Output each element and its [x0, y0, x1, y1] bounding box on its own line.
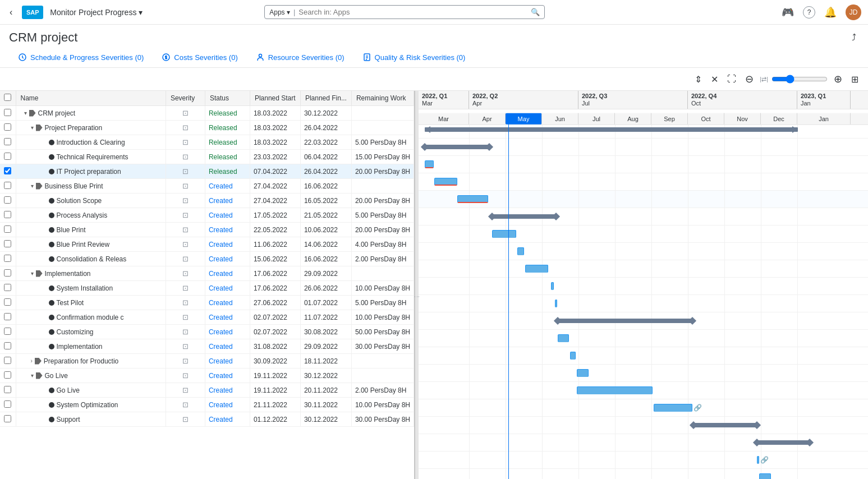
row-checkbox-cell[interactable] [0, 179, 16, 194]
row-checkbox-cell[interactable] [0, 194, 16, 208]
row-checkbox[interactable] [4, 240, 11, 247]
table-row[interactable]: Blue Print Review ⊡ Created 11.06.2022 1… [0, 237, 414, 252]
table-row[interactable]: Introduction & Clearing ⊡ Released 18.03… [0, 135, 414, 150]
severity-resize-icon[interactable]: ⊡ [182, 225, 189, 234]
severity-resize-icon[interactable]: ⊡ [182, 240, 189, 248]
task-bar[interactable] [425, 160, 434, 168]
table-row[interactable]: Support ⊡ Created 01.12.2022 30.12.2022 … [0, 412, 414, 427]
zoom-in-button[interactable]: ⊕ [831, 71, 845, 87]
grid-toggle-button[interactable]: ⊞ [848, 72, 861, 86]
task-bar[interactable] [570, 352, 575, 360]
expand-icon[interactable]: ▾ [31, 270, 34, 277]
expand-icon[interactable]: ▾ [31, 372, 34, 379]
row-checkbox[interactable] [4, 313, 11, 320]
row-checkbox[interactable] [4, 211, 11, 218]
table-row[interactable]: System Optimization ⊡ Created 21.11.2022… [0, 398, 414, 412]
row-checkbox-cell[interactable] [0, 310, 16, 325]
tab-schedule[interactable]: Schedule & Progress Severities (0) [9, 48, 153, 67]
month-jun[interactable]: Jun [542, 113, 578, 125]
severity-resize-icon[interactable]: ⊡ [182, 123, 189, 132]
row-checkbox-cell[interactable] [0, 106, 16, 121]
row-checkbox-cell[interactable] [0, 135, 16, 150]
table-row[interactable]: Test Pilot ⊡ Created 27.06.2022 01.07.20… [0, 296, 414, 310]
row-checkbox[interactable] [4, 225, 11, 233]
table-row[interactable]: Process Analysis ⊡ Created 17.05.2022 21… [0, 208, 414, 223]
select-all-header[interactable] [0, 91, 16, 106]
zoom-slider[interactable] [771, 75, 828, 84]
row-checkbox[interactable] [4, 386, 11, 393]
apps-dropdown[interactable]: Apps ▾ [269, 8, 290, 16]
gamepad-icon[interactable]: 🎮 [782, 6, 794, 19]
notifications-icon[interactable]: 🔔 [824, 6, 837, 19]
avatar[interactable]: JD [846, 4, 861, 20]
task-bar[interactable] [457, 195, 488, 203]
month-jan[interactable]: Jan [797, 113, 851, 125]
gantt-chart[interactable]: 2022, Q1Mar 2022, Q2Apr 2022, Q3Jul 2022… [419, 91, 868, 479]
severity-resize-icon[interactable]: ⊡ [182, 415, 189, 423]
table-row[interactable]: ▾ CRM project ⊡ Released 18.03.2022 30.1… [0, 106, 414, 121]
row-checkbox-cell[interactable] [0, 339, 16, 354]
table-row[interactable]: › Preparation for Productio ⊡ Created 30… [0, 354, 414, 369]
row-checkbox[interactable] [4, 167, 11, 174]
task-bar[interactable] [434, 178, 457, 186]
month-apr[interactable]: Apr [469, 113, 506, 125]
task-bar[interactable] [558, 334, 570, 342]
tab-quality[interactable]: Quality & Risk Severities (0) [353, 48, 475, 67]
help-icon[interactable]: ? [803, 6, 815, 19]
task-bar[interactable] [525, 265, 548, 273]
row-checkbox-cell[interactable] [0, 164, 16, 179]
task-bar[interactable] [577, 386, 653, 394]
row-checkbox[interactable] [4, 123, 11, 131]
row-checkbox[interactable] [4, 255, 11, 262]
task-bar[interactable] [757, 456, 760, 464]
task-bar[interactable] [577, 369, 589, 377]
row-checkbox-cell[interactable] [0, 296, 16, 310]
severity-resize-icon[interactable]: ⊡ [182, 386, 189, 394]
row-checkbox-cell[interactable] [0, 383, 16, 398]
month-oct[interactable]: Oct [688, 113, 724, 125]
row-checkbox-cell[interactable] [0, 252, 16, 266]
row-checkbox[interactable] [4, 138, 11, 145]
severity-resize-icon[interactable]: ⊡ [182, 371, 189, 380]
app-title[interactable]: Monitor Project Progress ▾ [50, 8, 143, 17]
month-mar[interactable]: Mar [419, 113, 469, 125]
severity-resize-icon[interactable]: ⊡ [182, 182, 189, 190]
severity-resize-icon[interactable]: ⊡ [182, 196, 189, 205]
export-button[interactable]: ⤴ [849, 31, 859, 44]
row-checkbox-cell[interactable] [0, 369, 16, 383]
severity-resize-icon[interactable]: ⊡ [182, 400, 189, 409]
row-checkbox-cell[interactable] [0, 325, 16, 339]
month-dec[interactable]: Dec [761, 113, 797, 125]
row-checkbox[interactable] [4, 284, 11, 291]
search-bar[interactable]: Apps ▾ | 🔍 [264, 5, 545, 19]
severity-resize-icon[interactable]: ⊡ [182, 284, 189, 292]
table-row[interactable]: ▾ Business Blue Print ⊡ Created 27.04.20… [0, 179, 414, 194]
task-bar[interactable] [551, 282, 554, 290]
table-row[interactable]: Solution Scope ⊡ Created 27.04.2022 16.0… [0, 194, 414, 208]
row-checkbox[interactable] [4, 342, 11, 349]
severity-resize-icon[interactable]: ⊡ [182, 328, 189, 336]
row-checkbox-cell[interactable] [0, 150, 16, 164]
expand-icon[interactable]: › [31, 358, 33, 364]
collapse-button[interactable]: ⇕ [692, 72, 705, 86]
row-checkbox-cell[interactable] [0, 121, 16, 135]
month-sep[interactable]: Sep [651, 113, 688, 125]
table-row[interactable]: IT Project preparation ⊡ Released 07.04.… [0, 164, 414, 179]
severity-resize-icon[interactable]: ⊡ [182, 342, 189, 351]
row-checkbox[interactable] [4, 153, 11, 160]
row-checkbox[interactable] [4, 269, 11, 277]
task-bar[interactable] [517, 247, 523, 255]
month-nov[interactable]: Nov [724, 113, 761, 125]
month-aug[interactable]: Aug [615, 113, 651, 125]
severity-resize-icon[interactable]: ⊡ [182, 138, 189, 146]
month-jul[interactable]: Jul [578, 113, 615, 125]
select-all-checkbox[interactable] [4, 94, 11, 101]
row-checkbox-cell[interactable] [0, 398, 16, 412]
row-checkbox[interactable] [4, 400, 11, 408]
back-button[interactable]: ‹ [7, 6, 15, 19]
table-row[interactable]: Consolidation & Releas ⊡ Created 15.06.2… [0, 252, 414, 266]
close-button[interactable]: ✕ [708, 72, 721, 86]
severity-resize-icon[interactable]: ⊡ [182, 167, 189, 176]
table-row[interactable]: Go Live ⊡ Created 19.11.2022 20.11.2022 … [0, 383, 414, 398]
severity-resize-icon[interactable]: ⊡ [182, 298, 189, 307]
